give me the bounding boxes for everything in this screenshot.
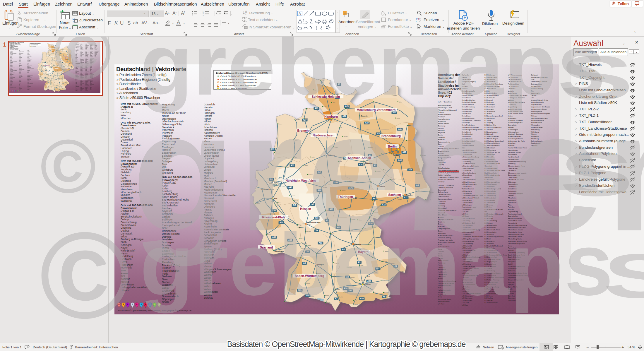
svg-text:A12: A12 (402, 151, 406, 153)
svg-text:A7: A7 (326, 219, 328, 221)
svg-text:Potsdam: Potsdam (66, 60, 67, 60)
svg-text:Minden: Minden (46, 53, 47, 53)
svg-text:A8: A8 (48, 82, 48, 83)
svg-text:A3: A3 (316, 230, 318, 232)
svg-text:München: München (60, 87, 62, 87)
svg-text:Lingen: Lingen (348, 181, 352, 182)
svg-text:Potsdam: Potsdam (393, 154, 399, 156)
svg-text:A9: A9 (62, 62, 63, 62)
svg-text:Lörrach: Lörrach (42, 59, 43, 60)
svg-text:Rheinland-Pfalz: Rheinland-Pfalz (40, 73, 44, 73)
svg-text:Emden: Emden (55, 88, 56, 88)
svg-text:A5: A5 (311, 203, 314, 205)
svg-text:Celle: Celle (383, 153, 386, 154)
svg-text:Hannover: Hannover (328, 155, 335, 157)
svg-text:Frankfurt am Main: Frankfurt am Main (307, 222, 321, 223)
svg-text:Berlin: Berlin (388, 145, 397, 148)
svg-text:A94: A94 (348, 290, 352, 292)
svg-text:A20: A20 (345, 105, 349, 107)
svg-text:A92: A92 (376, 268, 379, 270)
svg-text:Gera: Gera (301, 238, 304, 239)
svg-text:Lörrach: Lörrach (57, 85, 58, 85)
svg-text:3: 3 (203, 15, 204, 16)
svg-text:A94: A94 (57, 88, 58, 88)
svg-text:Nordrhein-Westfalen: Nordrhein-Westfalen (44, 65, 51, 66)
svg-text:Bautzen: Bautzen (384, 292, 389, 293)
svg-text:A20: A20 (56, 50, 57, 50)
svg-text:Sachsen-Anhalt: Sachsen-Anhalt (348, 156, 371, 160)
svg-text:München: München (364, 283, 371, 285)
svg-text:Landau: Landau (49, 64, 50, 64)
svg-text:Suhl: Suhl (374, 227, 376, 228)
svg-text:Nürnberg: Nürnberg (354, 243, 361, 245)
svg-text:Emden: Emden (398, 198, 402, 200)
svg-text:Goslar: Goslar (354, 304, 358, 305)
svg-text:Torgau: Torgau (291, 288, 295, 290)
svg-text:A8: A8 (57, 85, 57, 85)
svg-text:b: b (418, 18, 419, 20)
svg-text:Berlin: Berlin (65, 58, 67, 59)
svg-text:A12: A12 (68, 59, 69, 60)
svg-text:Hof: Hof (364, 228, 366, 230)
svg-text:Schwerin: Schwerin (361, 115, 367, 117)
svg-text:Hannover: Hannover (53, 60, 54, 60)
svg-text:Aalen: Aalen (312, 156, 315, 158)
svg-text:A3: A3 (395, 265, 397, 267)
svg-text:Gotha: Gotha (374, 211, 378, 213)
svg-text:A46: A46 (45, 66, 46, 67)
svg-text:A14: A14 (359, 163, 362, 165)
svg-text:A81: A81 (298, 289, 302, 291)
svg-text:A14: A14 (59, 62, 60, 62)
svg-text:A15: A15 (408, 169, 412, 171)
svg-text:A81: A81 (47, 88, 48, 88)
svg-text:Verden: Verden (390, 201, 394, 203)
svg-text:Minden: Minden (41, 67, 42, 67)
svg-text:Minden: Minden (376, 170, 381, 172)
svg-text:Riesa: Riesa (364, 198, 367, 200)
svg-text:Sachsen: Sachsen (388, 193, 401, 196)
svg-text:Verden: Verden (302, 247, 306, 249)
svg-text:Wesel: Wesel (294, 200, 298, 201)
svg-text:Hanau: Hanau (375, 237, 379, 238)
svg-text:A96: A96 (56, 87, 57, 88)
svg-text:A71: A71 (349, 187, 353, 189)
svg-text:Hessen: Hessen (300, 207, 311, 210)
svg-text:A71: A71 (57, 66, 58, 67)
svg-text:Hof: Hof (314, 89, 316, 91)
svg-text:Lörrach: Lörrach (361, 280, 365, 281)
svg-text:A24: A24 (342, 115, 346, 117)
svg-text:Landau: Landau (310, 295, 314, 297)
svg-text:Rheine: Rheine (383, 261, 387, 262)
svg-text:Rheine: Rheine (374, 292, 378, 294)
svg-text:Schleswig-Holstein: Schleswig-Holstein (312, 95, 340, 98)
svg-text:Wesel: Wesel (374, 257, 377, 258)
svg-text:Düsseldorf: Düsseldorf (261, 189, 269, 190)
svg-text:A71: A71 (53, 71, 54, 71)
svg-text:Fulda: Fulda (331, 233, 335, 234)
svg-text:Rheine: Rheine (391, 179, 395, 180)
svg-text:Lörrach: Lörrach (72, 60, 73, 60)
svg-text:Celle: Celle (354, 300, 357, 302)
svg-text:Köln: Köln (42, 69, 43, 69)
svg-text:A72: A72 (64, 70, 65, 71)
svg-text:A44: A44 (318, 189, 321, 191)
svg-text:A9: A9 (59, 82, 60, 82)
svg-text:Bremen: Bremen (297, 129, 309, 132)
svg-text:Plauen: Plauen (370, 217, 374, 219)
svg-text:A93: A93 (61, 74, 62, 74)
svg-text:Lingen: Lingen (326, 302, 330, 303)
svg-text:Plauen: Plauen (352, 219, 356, 220)
svg-text:Lingen: Lingen (74, 68, 75, 68)
svg-text:A3: A3 (50, 75, 51, 76)
svg-text:Aalen: Aalen (399, 101, 402, 103)
svg-text:A17: A17 (68, 69, 69, 69)
svg-text:Uelzen: Uelzen (302, 257, 306, 258)
svg-text:A6: A6 (49, 80, 49, 80)
svg-text:A31: A31 (271, 148, 274, 150)
svg-text:Hof: Hof (346, 208, 348, 209)
svg-text:A24: A24 (377, 133, 380, 135)
svg-text:A72: A72 (382, 204, 386, 206)
svg-text:Stuttgart: Stuttgart (51, 82, 52, 83)
svg-text:c: c (416, 20, 417, 23)
svg-text:A46: A46 (288, 186, 292, 188)
